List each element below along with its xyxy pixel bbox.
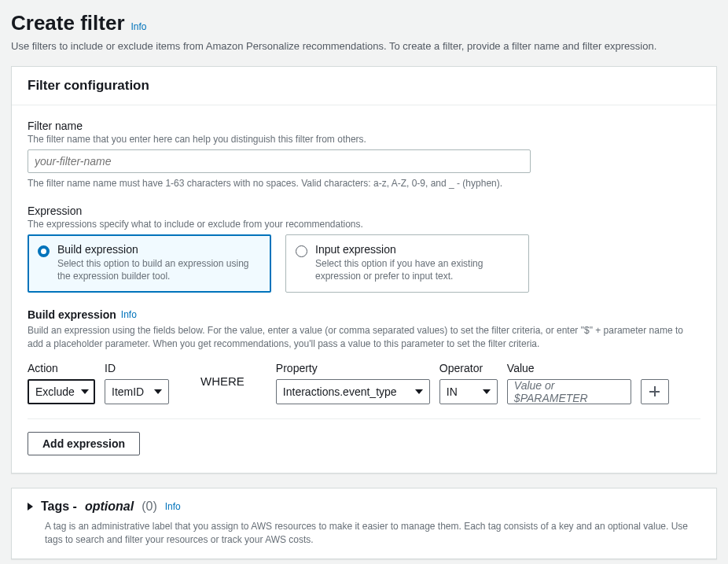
col-operator-label: Operator xyxy=(439,362,498,374)
filter-config-header: Filter configuration xyxy=(12,67,716,105)
build-expression-title-text: Build expression xyxy=(28,308,116,321)
chevron-down-icon xyxy=(81,389,89,394)
radio-icon xyxy=(296,245,307,257)
filter-config-panel: Filter configuration Filter name The fil… xyxy=(11,66,717,474)
property-select-value: Interactions.event_type xyxy=(283,385,397,398)
tags-info-link[interactable]: Info xyxy=(165,501,181,512)
filter-name-helper: The filter name name must have 1-63 char… xyxy=(28,178,700,189)
expression-option-build[interactable]: Build expression Select this option to b… xyxy=(28,234,271,293)
col-property-label: Property xyxy=(276,362,430,374)
action-select[interactable]: Exclude xyxy=(28,379,95,404)
filter-name-label: Filter name xyxy=(28,120,700,132)
page-title-info-link[interactable]: Info xyxy=(131,21,147,32)
filter-name-hint: The filter name that you enter here can … xyxy=(28,134,700,145)
chevron-down-icon xyxy=(154,389,162,394)
action-select-value: Exclude xyxy=(35,385,75,398)
chevron-down-icon xyxy=(483,389,491,394)
col-id-label: ID xyxy=(105,362,169,374)
col-value-label: Value xyxy=(507,362,631,374)
value-input[interactable]: Value or $PARAMETER xyxy=(507,379,631,404)
radio-icon xyxy=(38,245,50,257)
build-expression-desc: Build an expression using the fields bel… xyxy=(28,324,700,351)
add-condition-button[interactable] xyxy=(641,379,669,404)
tags-title: Tags - xyxy=(41,499,77,514)
tags-optional: optional xyxy=(85,499,134,514)
operator-select-value: IN xyxy=(447,385,458,398)
value-input-placeholder: Value or $PARAMETER xyxy=(514,379,624,404)
tags-description: A tag is an administrative label that yo… xyxy=(45,520,700,547)
page-description: Use filters to include or exclude items … xyxy=(11,40,717,52)
build-expression-title: Build expression Info xyxy=(28,308,700,321)
plus-icon xyxy=(649,386,660,396)
add-expression-button[interactable]: Add expression xyxy=(28,432,140,455)
chevron-down-icon xyxy=(415,389,423,394)
id-select[interactable]: ItemID xyxy=(105,379,169,404)
expression-option-build-desc: Select this option to build an expressio… xyxy=(57,257,259,282)
expression-option-input-desc: Select this option if you have an existi… xyxy=(315,257,517,282)
expression-field: Expression The expressions specify what … xyxy=(28,205,700,293)
expression-label: Expression xyxy=(28,205,700,217)
expression-option-input[interactable]: Input expression Select this option if y… xyxy=(285,234,529,293)
page-title-text: Create filter xyxy=(11,11,125,35)
col-action-label: Action xyxy=(28,362,95,374)
property-select[interactable]: Interactions.event_type xyxy=(276,379,430,404)
chevron-right-icon xyxy=(28,503,33,511)
tags-panel: Tags - optional (0) Info A tag is an adm… xyxy=(11,488,717,559)
expression-option-build-title: Build expression xyxy=(57,243,259,256)
tags-expand-toggle[interactable]: Tags - optional (0) Info xyxy=(28,499,700,514)
expression-hint: The expressions specify what to include … xyxy=(28,219,700,230)
filter-name-input[interactable] xyxy=(28,149,531,173)
build-expression-info-link[interactable]: Info xyxy=(121,309,137,320)
id-select-value: ItemID xyxy=(112,385,144,398)
where-keyword: WHERE xyxy=(178,374,267,391)
page-title: Create filter Info xyxy=(11,11,717,35)
operator-select[interactable]: IN xyxy=(439,379,498,404)
tags-count: (0) xyxy=(142,499,157,514)
expression-option-input-title: Input expression xyxy=(315,243,517,256)
expression-builder-row: Action Exclude ID ItemID WHERE Property xyxy=(28,362,700,419)
filter-name-field: Filter name The filter name that you ent… xyxy=(28,120,700,189)
